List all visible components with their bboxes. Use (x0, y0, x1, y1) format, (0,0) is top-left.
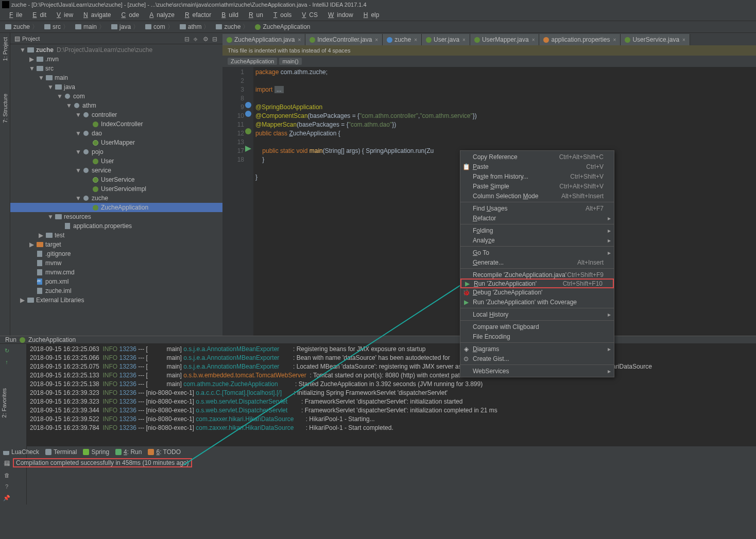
tree-node-target[interactable]: ▶target (10, 240, 222, 249)
tree-node-zucheapplication[interactable]: ZucheApplication (10, 203, 222, 212)
up-button[interactable]: ↑ (2, 357, 11, 367)
tree-node-zuche[interactable]: ▼zuche (10, 194, 222, 203)
tree-node-controller[interactable]: ▼controller (10, 110, 222, 119)
bottom-tab-4-run[interactable]: 4: Run (115, 448, 142, 456)
tree-node-user[interactable]: User (10, 157, 222, 166)
tree-node-main[interactable]: ▼main (10, 73, 222, 82)
breadcrumb-item[interactable]: zuche〉 (3, 22, 40, 32)
close-icon[interactable]: × (462, 37, 466, 43)
editor-tab[interactable]: ZucheApplication.java× (222, 34, 305, 45)
tree-node-mvnw[interactable]: mvnw (10, 258, 222, 268)
tree-node-dao[interactable]: ▼dao (10, 129, 222, 138)
menu-item-local-history[interactable]: Local History▸ (460, 309, 614, 319)
menu-item-refactor[interactable]: Refactor▸ (460, 213, 614, 223)
bottom-tab-6-todo[interactable]: 6: TODO (148, 448, 181, 456)
close-icon[interactable]: × (532, 37, 535, 43)
favorites-tool-tab[interactable]: 2: Favorites (0, 386, 8, 420)
tree-node-java[interactable]: ▼java (10, 82, 222, 92)
tree-node-service[interactable]: ▼service (10, 166, 222, 175)
close-icon[interactable]: × (682, 37, 685, 43)
tree-node-external-libraries[interactable]: ▶External Libraries (10, 295, 222, 305)
menu-item-compare-with-clipboard[interactable]: Compare with Clipboard (460, 322, 614, 332)
tree-node-com[interactable]: ▼com (10, 92, 222, 101)
tree-node-zuche[interactable]: ▼zucheD:\Project\Java\Learn\zuche\zuche (10, 45, 222, 55)
menu-code[interactable]: Code (115, 10, 142, 20)
menu-item-debug-zucheapplication-[interactable]: 🐞Debug 'ZucheApplication' (460, 287, 614, 297)
menu-file[interactable]: File (3, 10, 25, 20)
tree-node-athm[interactable]: ▼athm (10, 101, 222, 110)
breadcrumb-item[interactable]: zuche〉 (214, 22, 251, 32)
tree-node-pojo[interactable]: ▼pojo (10, 147, 222, 157)
project-tool-tab[interactable]: 1: Project (1, 35, 9, 63)
editor-tab[interactable]: application.properties× (539, 34, 621, 45)
menu-refactor[interactable]: Refactor (179, 10, 214, 20)
editor-tab[interactable]: zuche× (383, 34, 422, 45)
menu-item-paste[interactable]: 📋PasteCtrl+V (460, 162, 614, 171)
menu-item-column-selection-mode[interactable]: Column Selection ModeAlt+Shift+Insert (460, 191, 614, 201)
editor-tab[interactable]: UserMapper.java× (470, 34, 540, 45)
editor-tab[interactable]: IndexController.java× (305, 34, 383, 45)
menu-item-generate-[interactable]: Generate...Alt+Insert (460, 257, 614, 267)
menu-item-run-zucheapplication-with-coverage[interactable]: ▶Run 'ZucheApplication' with Coverage (460, 297, 614, 307)
menu-item-folding[interactable]: Folding▸ (460, 225, 614, 235)
tree-node-resources[interactable]: ▼resources (10, 212, 222, 221)
collapse-icon[interactable]: ⊟ (184, 36, 191, 42)
tree-node-zuche-iml[interactable]: zuche.iml (10, 286, 222, 295)
run-class-gutter-icon[interactable] (245, 128, 251, 134)
crumb-chip[interactable]: main() (279, 58, 301, 65)
tree-node-application-properties[interactable]: application.properties (10, 221, 222, 231)
menu-edit[interactable]: Edit (26, 10, 49, 20)
menu-item-paste-simple[interactable]: Paste SimpleCtrl+Alt+Shift+V (460, 181, 614, 191)
menu-run[interactable]: Run (243, 10, 266, 20)
project-tree[interactable]: ▼zucheD:\Project\Java\Learn\zuche\zuche▶… (10, 44, 222, 336)
tree-node--mvn[interactable]: ▶.mvn (10, 55, 222, 64)
tree-node-usermapper[interactable]: UserMapper (10, 138, 222, 147)
spring-gutter-icon[interactable] (245, 111, 251, 117)
menu-window[interactable]: Window (322, 10, 356, 20)
structure-tool-tab[interactable]: 7: Structure (1, 92, 9, 125)
menu-item-create-gist-[interactable]: ⊙Create Gist... (460, 354, 614, 363)
menu-vcs[interactable]: VCS (296, 10, 321, 20)
breadcrumb-item[interactable]: src〉 (42, 22, 71, 32)
help-button[interactable]: ? (2, 482, 11, 491)
menu-item-paste-from-history-[interactable]: Paste from History...Ctrl+Shift+V (460, 171, 614, 181)
breadcrumb-item[interactable]: com〉 (143, 22, 176, 32)
settings-icon[interactable]: ⚙ (203, 36, 209, 42)
spring-gutter-icon[interactable] (245, 102, 251, 108)
scroll-icon[interactable]: ⎆ (194, 36, 200, 42)
menu-item-go-to[interactable]: Go To▸ (460, 248, 614, 257)
breadcrumb-item[interactable]: java〉 (109, 22, 141, 32)
tree-node-pom-xml[interactable]: mpom.xml (10, 277, 222, 286)
tree-node-test[interactable]: ▶test (10, 231, 222, 240)
pin-button[interactable]: 📌 (2, 493, 11, 502)
bottom-tab-spring[interactable]: Spring (83, 448, 109, 456)
hide-icon[interactable]: ⊟ (212, 36, 218, 42)
menu-tools[interactable]: Tools (267, 10, 295, 20)
gutter[interactable]: 12389101112131718 (222, 67, 253, 336)
menu-navigate[interactable]: Navigate (77, 10, 114, 20)
rerun-button[interactable]: ↻ (2, 346, 11, 355)
tree-node--gitignore[interactable]: .gitignore (10, 249, 222, 258)
close-icon[interactable]: × (414, 37, 417, 43)
menu-item-copy-reference[interactable]: Copy ReferenceCtrl+Alt+Shift+C (460, 152, 614, 162)
bottom-tab-terminal[interactable]: Terminal (45, 448, 77, 456)
menu-item-find-usages[interactable]: Find UsagesAlt+F7 (460, 203, 614, 213)
close-icon[interactable]: × (613, 37, 616, 43)
run-main-gutter-icon[interactable] (245, 146, 251, 152)
breadcrumb-item[interactable]: ZucheApplication (253, 23, 312, 31)
breadcrumb-item[interactable]: athm〉 (178, 22, 212, 32)
tree-node-indexcontroller[interactable]: IndexController (10, 119, 222, 129)
editor-tab[interactable]: User.java× (422, 34, 470, 45)
tree-node-src[interactable]: ▼src (10, 64, 222, 73)
menu-view[interactable]: View (50, 10, 76, 20)
menu-item-diagrams[interactable]: ◈Diagrams▸ (460, 344, 614, 354)
run-console[interactable]: 2018-09-15 16:23:25.063 INFO 13236 --- [… (27, 344, 756, 505)
menu-item-analyze[interactable]: Analyze▸ (460, 235, 614, 245)
menu-analyze[interactable]: Analyze (143, 10, 178, 20)
tree-node-userserviceimpl[interactable]: UserServiceImpl (10, 184, 222, 194)
breadcrumb-item[interactable]: main〉 (73, 22, 107, 32)
crumb-chip[interactable]: ZucheApplication (228, 58, 277, 65)
menu-item-file-encoding[interactable]: File Encoding (460, 332, 614, 341)
editor-tab[interactable]: UserService.java× (621, 34, 690, 45)
menu-help[interactable]: Help (357, 10, 383, 20)
